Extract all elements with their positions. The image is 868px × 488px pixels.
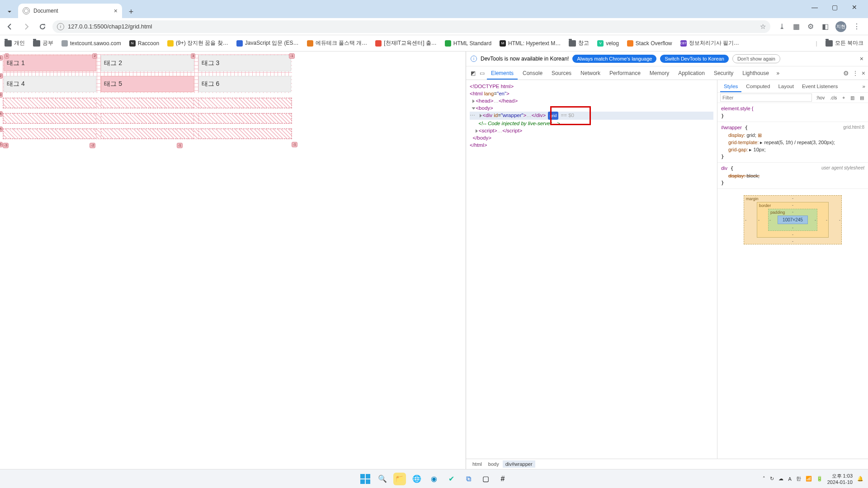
tray-ime-a[interactable]: A <box>788 476 791 482</box>
inspect-icon[interactable]: ◩ <box>469 70 477 76</box>
taskbar-slack-icon[interactable]: # <box>496 473 509 485</box>
crumb-body[interactable]: body <box>486 460 502 468</box>
devtools-kebab-icon[interactable]: ⋮ <box>853 70 858 76</box>
crumb-html[interactable]: html <box>470 460 485 468</box>
bookmark-item[interactable]: CBT정보처리기사 필기… <box>680 39 739 47</box>
tab-sources[interactable]: Sources <box>547 66 576 80</box>
tray-cloud-icon[interactable]: ☁ <box>778 476 783 482</box>
nav-forward-button[interactable] <box>20 20 33 33</box>
taskbar-notion-icon[interactable]: ▢ <box>479 473 492 485</box>
taskbar-edge-icon[interactable]: ◉ <box>428 473 440 485</box>
tab-application[interactable]: Application <box>674 66 709 80</box>
bookmark-item[interactable]: Vvelog <box>597 40 619 47</box>
tab-security[interactable]: Security <box>710 66 737 80</box>
tray-notifications-icon[interactable]: 🔔 <box>857 476 863 482</box>
banner-close-icon[interactable]: × <box>860 55 863 62</box>
tab-title: Document <box>33 8 58 14</box>
styles-tabs-overflow-icon[interactable]: » <box>863 84 865 89</box>
bookmark-item[interactable]: 창고 <box>569 39 589 47</box>
url-field[interactable]: i 127.0.0.1:5500/chap12/grid.html ☆ <box>52 20 770 33</box>
tab-close-icon[interactable]: × <box>114 7 118 14</box>
taskbar-search-icon[interactable]: 🔍 <box>376 473 389 485</box>
style-rule-wrapper[interactable]: grid.html:8 #wrapper { display: grid; ⊞ … <box>717 122 868 163</box>
install-icon[interactable]: ⤓ <box>778 23 786 31</box>
new-rule-button[interactable]: + <box>841 95 846 100</box>
tabs-overflow-icon[interactable]: » <box>774 70 782 76</box>
bookmark-item[interactable]: (9+) 장지현 꿈을 찾… <box>167 39 228 47</box>
tab-lighthouse[interactable]: Lighthouse <box>738 66 773 80</box>
tray-lang[interactable]: 한 <box>796 475 801 482</box>
tab-event-listeners[interactable]: Event Listeners <box>798 80 841 92</box>
kebab-menu-icon[interactable]: ⋮ <box>853 23 861 31</box>
taskbar-chrome-icon[interactable]: 🌐 <box>410 473 423 485</box>
taskbar-explorer-icon[interactable]: 📁 <box>393 473 406 485</box>
bookmark-item[interactable]: Stack Overflow <box>627 40 672 47</box>
bookmark-item[interactable]: MHTML: Hypertext M… <box>500 40 561 47</box>
banner-button-dismiss[interactable]: Don't show again <box>732 54 780 63</box>
styles-filter-input[interactable] <box>720 94 812 102</box>
banner-button-match[interactable]: Always match Chrome's language <box>572 55 656 63</box>
bookmark-item[interactable]: 개인 <box>5 39 25 47</box>
grid-line-label: -3 <box>3 143 9 148</box>
tab-network[interactable]: Network <box>576 66 604 80</box>
start-button[interactable] <box>359 473 372 485</box>
tab-layout[interactable]: Layout <box>774 80 797 92</box>
bookmark-item[interactable]: textcount.sawoo.com <box>61 40 121 47</box>
tab-search-dropdown[interactable] <box>3 5 16 18</box>
styles-panel-icon[interactable]: ▥ <box>849 95 856 100</box>
grid-line-label: 4 <box>0 111 3 117</box>
tab-elements[interactable]: Elements <box>487 66 518 80</box>
style-rule-uas[interactable]: user agent stylesheet div { display: blo… <box>717 163 868 189</box>
close-button[interactable]: ✕ <box>848 4 861 11</box>
bookmark-item[interactable]: 공부 <box>33 39 53 47</box>
tray-chevron-icon[interactable]: ˄ <box>763 476 765 482</box>
tab-console[interactable]: Console <box>519 66 547 80</box>
extensions-icon[interactable]: ▦ <box>792 23 800 31</box>
style-rule-element[interactable]: element.style {} <box>717 103 868 122</box>
dom-selected-node[interactable]: ⋯ <div id="wrapper">…</div> grid == $0 <box>470 112 713 120</box>
tray-battery-icon[interactable]: 🔋 <box>816 476 823 482</box>
bookmark-star-icon[interactable]: ☆ <box>760 23 766 31</box>
tab-memory[interactable]: Memory <box>646 66 673 80</box>
tray-sync-icon[interactable]: ↻ <box>770 476 774 482</box>
taskbar-vscode-icon[interactable]: ⧉ <box>462 473 475 485</box>
tray-time: 오후 1:03 <box>827 473 853 479</box>
device-icon[interactable]: ▭ <box>478 70 486 76</box>
browser-tab-active[interactable]: Document × <box>18 4 122 18</box>
tab-styles[interactable]: Styles <box>720 80 741 92</box>
new-tab-button[interactable]: + <box>125 5 137 18</box>
profile-avatar[interactable]: 지현 <box>835 21 846 32</box>
hov-toggle[interactable]: :hov <box>815 95 826 100</box>
minimize-button[interactable]: — <box>808 4 821 11</box>
breadcrumb: html body div#wrapper <box>466 459 868 469</box>
grid-line-label: 1 <box>5 53 9 59</box>
bookmark-item[interactable]: HTML Standard <box>445 40 491 47</box>
puzzle-icon[interactable]: ⚙ <box>807 23 815 31</box>
grid-cell: 태그 5 <box>101 76 193 92</box>
crumb-wrapper[interactable]: div#wrapper <box>503 460 535 468</box>
styles-panel: Styles Computed Layout Event Listeners »… <box>717 80 868 459</box>
tab-computed[interactable]: Computed <box>742 80 774 92</box>
tray-wifi-icon[interactable]: 📶 <box>806 476 812 482</box>
cls-toggle[interactable]: .cls <box>829 95 838 100</box>
taskbar-tray[interactable]: ˄ ↻ ☁ A 한 📶 🔋 오후 1:03 2024-01-10 🔔 <box>763 473 863 485</box>
bookmarks-overflow[interactable]: 모든 북마크 <box>826 39 863 47</box>
bookmark-item[interactable]: [천재IT교육센터] 출… <box>375 39 437 47</box>
banner-button-switch[interactable]: Switch DevTools to Korean <box>660 55 728 63</box>
box-model-content: 1007×245 <box>778 216 808 224</box>
styles-panel-icon[interactable]: ▤ <box>859 95 865 100</box>
dom-tree[interactable]: <!DOCTYPE html> <html lang="en"> <head>…… <box>466 80 717 459</box>
nav-back-button[interactable] <box>4 20 16 33</box>
sidepanel-icon[interactable]: ◧ <box>821 23 829 31</box>
site-info-icon[interactable]: i <box>57 23 64 30</box>
grid-badge[interactable]: grid <box>548 112 558 120</box>
maximize-button[interactable]: ▢ <box>828 4 841 11</box>
taskbar-app-icon[interactable]: ✔ <box>445 473 458 485</box>
nav-reload-button[interactable] <box>36 20 49 33</box>
tab-performance[interactable]: Performance <box>605 66 645 80</box>
bookmark-item[interactable]: JavaScript 입문 (ES… <box>236 39 299 47</box>
bookmark-item[interactable]: 에듀테크 풀스택 개… <box>307 39 368 47</box>
devtools-close-icon[interactable]: × <box>862 70 865 77</box>
settings-icon[interactable]: ⚙ <box>843 70 849 77</box>
bookmark-item[interactable]: NRaccoon <box>129 40 159 47</box>
